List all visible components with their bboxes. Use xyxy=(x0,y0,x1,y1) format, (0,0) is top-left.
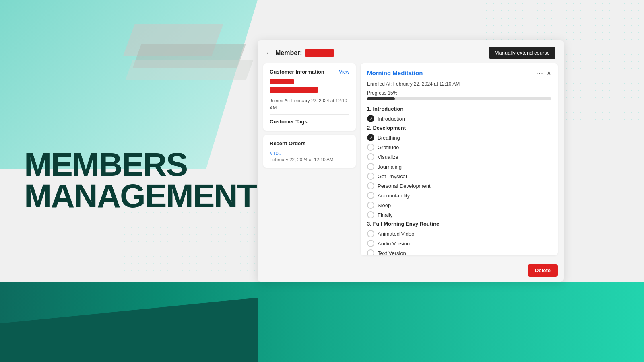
lesson-name: Audio Version xyxy=(378,241,410,247)
progress-bar-fill xyxy=(367,97,395,100)
section-title: 3. Full Morning Envy Routine xyxy=(367,221,551,227)
course-section: 2. DevelopmentBreathingGratitudeVisualiz… xyxy=(367,125,551,218)
progress-label: Progress 15% xyxy=(367,90,551,96)
customer-info-header: Customer Information View xyxy=(270,69,349,75)
recent-orders-title: Recent Orders xyxy=(270,140,306,146)
lesson-name: Accountability xyxy=(378,193,410,199)
course-title-link[interactable]: Morning Meditation xyxy=(367,70,423,76)
order-link[interactable]: #1001 xyxy=(270,150,349,156)
panel-header-left: ← Member: xyxy=(266,49,334,57)
customer-info-view-link[interactable]: View xyxy=(339,69,349,75)
hero-text: MEMBERS MANAGEMENT xyxy=(24,149,256,212)
lesson-completed-icon xyxy=(367,134,374,141)
lesson-name: Get Physical xyxy=(378,173,407,179)
delete-button[interactable]: Delete xyxy=(528,264,558,277)
course-section: 3. Full Morning Envy RoutineAnimated Vid… xyxy=(367,221,551,255)
course-header: Morning Meditation ··· ∧ xyxy=(367,69,551,77)
lesson-name: Sleep xyxy=(378,202,391,208)
lesson-item: Introduction xyxy=(367,115,551,122)
section-title: 2. Development xyxy=(367,125,551,131)
lesson-name: Introduction xyxy=(378,116,405,122)
progress-bar-background xyxy=(367,97,551,100)
customer-info-title: Customer Information xyxy=(270,69,324,75)
lesson-name: Visualize xyxy=(378,154,398,160)
member-name-redacted xyxy=(305,49,334,57)
lesson-incomplete-icon xyxy=(367,249,374,255)
section-title: 1. Introduction xyxy=(367,106,551,112)
lesson-incomplete-icon xyxy=(367,211,374,218)
lesson-name: Gratitude xyxy=(378,144,399,150)
lesson-item: Text Version xyxy=(367,249,551,255)
lesson-item: Audio Version xyxy=(367,240,551,247)
lesson-incomplete-icon xyxy=(367,240,374,247)
course-section: 1. IntroductionIntroduction xyxy=(367,106,551,122)
lesson-incomplete-icon xyxy=(367,192,374,199)
extend-course-button[interactable]: Manually extend course xyxy=(489,47,555,59)
course-detail-panel: Morning Meditation ··· ∧ Enrolled At: Fe… xyxy=(361,63,558,255)
lesson-name: Text Version xyxy=(378,250,406,256)
enrolled-text: Enrolled At: February 22, 2024 at 12:10 … xyxy=(367,81,551,87)
left-column: Customer Information View Joined At: Feb… xyxy=(263,63,356,255)
lesson-item: Accountability xyxy=(367,192,551,199)
customer-name-redacted xyxy=(270,79,294,84)
course-collapse-button[interactable]: ∧ xyxy=(547,69,551,77)
lesson-incomplete-icon xyxy=(367,153,374,160)
customer-fullname-redacted xyxy=(270,87,318,93)
course-actions: ··· ∧ xyxy=(536,69,551,77)
lesson-incomplete-icon xyxy=(367,144,374,151)
lesson-item: Visualize xyxy=(367,153,551,160)
lesson-incomplete-icon xyxy=(367,182,374,189)
lesson-item: Animated Video xyxy=(367,230,551,237)
hero-line2: MANAGEMENT xyxy=(24,180,256,212)
lesson-incomplete-icon xyxy=(367,230,374,237)
lesson-name: Personal Development xyxy=(378,183,431,189)
lesson-completed-icon xyxy=(367,115,374,122)
lesson-item: Breathing xyxy=(367,134,551,141)
course-options-button[interactable]: ··· xyxy=(536,69,543,77)
lesson-name: Finally xyxy=(378,212,393,218)
lesson-incomplete-icon xyxy=(367,163,374,170)
member-label: Member: xyxy=(275,49,302,57)
recent-orders-card: Recent Orders #1001 February 22, 2024 at… xyxy=(263,135,356,168)
order-date: February 22, 2024 at 12:10 AM xyxy=(270,157,349,162)
lesson-incomplete-icon xyxy=(367,202,374,209)
lesson-item: Gratitude xyxy=(367,144,551,151)
lesson-item: Finally xyxy=(367,211,551,218)
lesson-name: Breathing xyxy=(378,135,400,141)
lesson-item: Journaling xyxy=(367,163,551,170)
lesson-name: Animated Video xyxy=(378,231,415,237)
lesson-item: Sleep xyxy=(367,202,551,209)
sections-container: 1. IntroductionIntroduction2. Developmen… xyxy=(367,106,551,255)
lesson-name: Journaling xyxy=(378,164,402,170)
back-arrow-icon[interactable]: ← xyxy=(266,49,272,57)
lesson-item: Personal Development xyxy=(367,182,551,189)
panel-body: Customer Information View Joined At: Feb… xyxy=(258,63,564,261)
customer-tags-label: Customer Tags xyxy=(270,119,308,125)
panel-header: ← Member: Manually extend course xyxy=(258,40,564,63)
divider xyxy=(270,114,349,115)
panel-footer: Delete xyxy=(258,261,564,282)
bg-gray3 xyxy=(125,60,253,80)
recent-orders-header: Recent Orders xyxy=(270,140,349,146)
main-panel: ← Member: Manually extend course Custome… xyxy=(258,40,564,282)
lesson-incomplete-icon xyxy=(367,173,374,180)
lesson-item: Get Physical xyxy=(367,173,551,180)
customer-info-card: Customer Information View Joined At: Feb… xyxy=(263,63,356,131)
joined-at-text: Joined At: February 22, 2024 at 12:10 AM xyxy=(270,98,347,110)
hero-line1: MEMBERS xyxy=(24,149,256,180)
